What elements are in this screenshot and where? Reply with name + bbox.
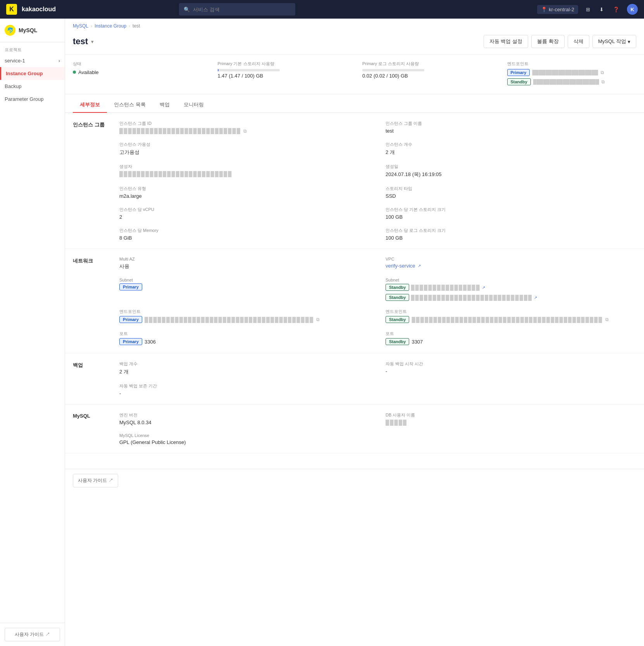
auto-backup-button[interactable]: 자동 백업 설정 [484,35,528,48]
field-label-log-storage: 인스턴스 당 로그 스토리지 크기 [386,228,636,233]
field-value-memory: 8 GiB [119,235,370,241]
mysql-job-button[interactable]: MySQL 작업 ▾ [592,35,636,48]
endpoint-primary-badge: Primary [119,316,142,323]
download-icon[interactable]: ⬇ [598,5,605,14]
page-header-actions: 자동 백업 설정 볼륨 확장 삭제 MySQL 작업 ▾ [484,35,636,48]
field-value-port-standby: 3307 [412,339,423,345]
field-value-id: ████████████████████████████ [119,128,241,134]
detail-sections: 인스턴스 그룹 인스턴스 그룹 ID █████████████████████… [65,113,644,469]
copy-endpoint-standby-icon[interactable]: ⧉ [605,317,609,322]
dropdown-icon[interactable]: ▾ [91,39,94,45]
field-db-user: DB 사용자 이름 █████ [386,412,636,425]
user-avatar[interactable]: K [627,4,638,15]
section-fields-backup: 백업 개수 2 개 자동 백업 시작 시간 - 자동 백업 보존 기간 - [119,361,636,396]
region-selector[interactable]: 📍 kr-central-2 [537,5,578,14]
section-fields-network: Multi AZ 사용 VPC verify-service ↗ Subnet [119,257,636,345]
field-label-db-user: DB 사용자 이름 [386,412,636,418]
sidebar-item-instance-group[interactable]: Instance Group [0,67,65,80]
field-value-vpc[interactable]: verify-service [386,263,415,269]
location-icon: 📍 [541,7,547,12]
field-subnet-primary: Subnet Primary [119,278,370,301]
user-guide-button[interactable]: 사용자 가이드 ↗ [5,628,60,641]
bottom-user-guide-button[interactable]: 사용자 가이드 ↗ [73,474,118,487]
field-value-engine: MySQL 8.0.34 [119,420,370,425]
field-value-created-date: 2024.07.18 (목) 16:19:05 [386,171,636,178]
field-label-engine: 엔진 버전 [119,412,370,418]
field-instance-type: 인스턴스 유형 m2a.large [119,186,370,199]
tab-instances[interactable]: 인스턴스 목록 [107,97,153,113]
sidebar-service: 🐬 MySQL [0,19,65,42]
tab-backup[interactable]: 백업 [153,97,177,113]
field-backup-count: 백업 개수 2 개 [119,361,370,375]
subnet-standby-badge-2: Standby [386,294,409,301]
sidebar-item-project[interactable]: service-1 › [0,54,65,67]
sidebar: 🐬 MySQL 프로젝트 service-1 › Instance Group … [0,19,65,646]
field-label-type: 인스턴스 유형 [119,186,370,192]
mysql-job-label: MySQL 작업 [598,38,626,45]
tab-monitoring[interactable]: 모니터링 [177,97,211,113]
endpoint-standby-badge: Standby [386,316,409,323]
tab-detail[interactable]: 세부정보 [73,97,107,113]
field-label-id: 인스턴스 그룹 ID [119,121,370,126]
subnet-primary-badge-row: Primary [119,284,370,290]
status-label: 상태 [73,61,202,67]
endpoint-label: 엔드포인트 [507,61,637,67]
field-value-log-storage: 100 GB [386,235,636,241]
sidebar-item-label: Instance Group [6,71,43,76]
field-storage-type: 스토리지 타입 SSD [386,186,636,199]
search-bar[interactable]: 🔍 [179,3,295,16]
field-endpoint-primary: 엔드포인트 Primary ██████████████████████████… [119,309,370,323]
project-label: 프로젝트 [0,42,65,54]
field-label-auto-backup-start: 자동 백업 시작 시간 [386,361,636,367]
windows-icon[interactable]: ⊞ [584,5,592,14]
copy-endpoint-primary-icon[interactable]: ⧉ [316,317,320,322]
subnet-standby-link-1[interactable]: ↗ [482,285,485,290]
field-subnet-standby: Subnet Standby ████████████████ ↗ Standb… [386,278,636,301]
field-value-type: m2a.large [119,193,370,199]
section-title-network: 네트워크 [73,257,112,345]
endpoint-primary-row: Primary ████████████████████ ⧉ [507,69,637,76]
field-creator: 생성자 ██████████████████████████ [119,164,370,178]
subnet-primary-badge: Primary [119,283,142,290]
field-label-name: 인스턴스 그룹 이름 [386,121,636,126]
field-endpoint-standby: 엔드포인트 Standby ██████████████████████████… [386,309,636,323]
sidebar-item-backup[interactable]: Backup [0,80,65,93]
field-value-vcpu: 2 [119,214,370,220]
primary-badge: Primary [507,69,530,76]
field-label-storage-type: 스토리지 타입 [386,186,636,192]
topnav: K kakaocloud 🔍 📍 kr-central-2 ⊞ ⬇ ❓ K [0,0,644,19]
help-icon[interactable]: ❓ [611,5,621,14]
field-value-count: 2 개 [386,149,636,156]
breadcrumb-current: test [133,23,140,29]
field-label-count: 인스턴스 개수 [386,142,636,147]
field-label-port-standby: 포트 [386,331,636,337]
breadcrumb-sep-1: › [91,23,92,29]
expand-volume-button[interactable]: 볼륨 확장 [531,35,565,48]
field-availability: 인스턴스 가용성 고가용성 [119,142,370,156]
sidebar-item-parameter-group[interactable]: Parameter Group [0,93,65,105]
breadcrumb-instance-group[interactable]: Instance Group [95,23,126,29]
field-value-availability: 고가용성 [119,149,370,156]
breadcrumb: MySQL › Instance Group › test [65,19,644,33]
field-instance-count: 인스턴스 개수 2 개 [386,142,636,156]
search-input[interactable] [193,7,291,12]
field-log-storage: 인스턴스 당 로그 스토리지 크기 100 GB [386,228,636,241]
subnet-standby-link-2[interactable]: ↗ [534,295,537,300]
standby-badge: Standby [507,78,531,85]
region-label: kr-central-2 [549,7,574,12]
field-auto-backup-start: 자동 백업 시작 시간 - [386,361,636,375]
field-vpc: VPC verify-service ↗ [386,257,636,270]
breadcrumb-sep-2: › [129,23,130,29]
field-label-memory: 인스턴스 당 Memory [119,228,370,233]
delete-button[interactable]: 삭제 [568,35,589,48]
breadcrumb-mysql[interactable]: MySQL [73,23,88,29]
status-item-state: 상태 Available [73,61,202,75]
log-storage-value: 0.02 (0.02 / 100) GB [362,73,492,79]
field-value-row-id: ████████████████████████████ ⧉ [119,128,370,134]
field-license: MySQL License GPL (General Public Licens… [119,433,370,445]
copy-standby-icon[interactable]: ⧉ [601,79,605,85]
section-network: 네트워크 Multi AZ 사용 VPC verify-service ↗ [65,249,644,353]
copy-primary-icon[interactable]: ⧉ [601,70,604,75]
copy-id-icon[interactable]: ⧉ [243,128,247,134]
field-value-name: test [386,128,636,134]
